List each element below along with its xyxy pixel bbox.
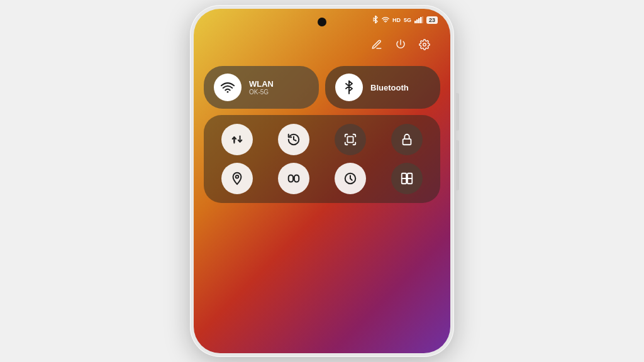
svg-point-7: [423, 43, 426, 47]
pencil-icon[interactable]: [371, 39, 382, 53]
power-button[interactable]: [456, 93, 459, 131]
svg-rect-16: [294, 175, 299, 182]
svg-point-14: [236, 175, 239, 178]
power-icon[interactable]: [395, 39, 406, 53]
svg-rect-5: [420, 17, 422, 23]
dolby-icon-circle: [278, 163, 309, 194]
bluetooth-tile[interactable]: Bluetooth: [325, 66, 440, 109]
location-tile[interactable]: [213, 163, 262, 194]
top-tiles-row: WLAN OK-5G Bluetooth: [204, 66, 440, 109]
sync-icon-circle: [278, 124, 309, 155]
lock-icon-circle: [391, 124, 423, 155]
clock-icon-circle: [335, 163, 366, 194]
screenshot-tile[interactable]: [326, 124, 375, 155]
camera-hole: [318, 18, 326, 26]
bluetooth-status-icon: [372, 15, 379, 25]
hd-icon: HD: [392, 17, 401, 23]
sync-tile[interactable]: [269, 124, 318, 155]
battery-badge: 23: [426, 16, 438, 24]
lock-rotation-tile[interactable]: [382, 124, 431, 155]
wlan-title: WLAN: [249, 79, 274, 89]
clock-tile[interactable]: [326, 163, 375, 194]
tiles-container: WLAN OK-5G Bluetooth: [204, 66, 440, 203]
settings-icon[interactable]: [419, 39, 430, 53]
wlan-icon-circle: [214, 74, 242, 101]
phone-screen: HD 5G 23: [194, 9, 450, 353]
wlan-text: WLAN OK-5G: [249, 79, 274, 96]
svg-rect-4: [418, 18, 420, 23]
signal-icon: [414, 16, 423, 25]
quick-settings-panel: WLAN OK-5G Bluetooth: [194, 9, 450, 353]
dolby-tile[interactable]: [269, 163, 318, 194]
svg-rect-13: [403, 139, 411, 145]
bluetooth-icon-circle: [335, 74, 363, 101]
edit-row: [204, 34, 440, 63]
5g-icon: 5G: [404, 17, 411, 23]
multi-window-icon-circle: [391, 163, 423, 194]
multi-window-tile[interactable]: [382, 163, 431, 194]
svg-rect-2: [414, 21, 416, 23]
location-icon-circle: [221, 163, 253, 194]
wlan-tile[interactable]: WLAN OK-5G: [204, 66, 319, 109]
svg-rect-6: [422, 16, 423, 23]
wifi-status-icon: [382, 16, 389, 24]
status-bar: HD 5G 23: [372, 15, 438, 25]
bluetooth-text: Bluetooth: [370, 83, 409, 92]
wlan-subtitle: OK-5G: [249, 89, 274, 96]
screenshot-icon-circle: [335, 124, 366, 155]
bottom-tiles-grid: [204, 115, 440, 203]
svg-point-8: [227, 91, 229, 93]
bluetooth-title: Bluetooth: [370, 83, 409, 92]
phone-frame: HD 5G 23: [190, 5, 454, 357]
data-transfer-icon-circle: [221, 124, 253, 155]
svg-rect-15: [289, 175, 293, 182]
svg-rect-12: [347, 136, 353, 142]
svg-point-1: [385, 22, 386, 23]
svg-rect-3: [416, 19, 418, 23]
data-transfer-tile[interactable]: [213, 124, 262, 155]
volume-button[interactable]: [456, 140, 459, 190]
